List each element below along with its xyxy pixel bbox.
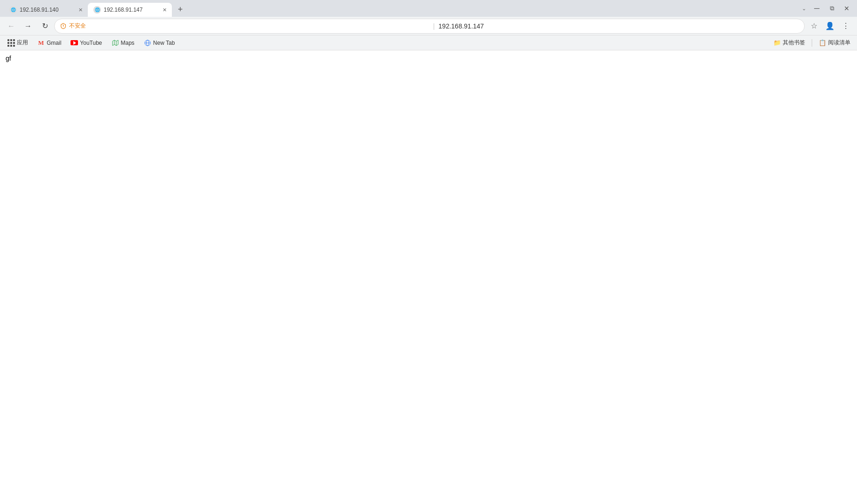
tab-2-favicon-circle: 🌐 [93,6,101,14]
browser-window: 🌐 192.168.91.140 ✕ 🌐 192.168.91.147 ✕ + … [0,0,857,504]
bookmarks-bar: 应用 M Gmail YouTube [0,35,857,50]
other-bookmarks[interactable]: 📁 其他书签 [771,37,808,48]
bookmark-maps-label: Maps [121,40,135,46]
bookmark-youtube-label: YouTube [80,40,102,46]
newtab-globe-icon [144,39,151,47]
navigation-bar: ← → ↻ 不安全 | 192.168.91.147 ☆ 👤 ⋮ [0,17,857,35]
other-bookmarks-label: 其他书签 [783,39,805,47]
youtube-icon [71,39,78,47]
apps-grid-icon [7,39,15,47]
gmail-icon: M [37,39,45,47]
tab-1[interactable]: 🌐 192.168.91.140 ✕ [4,3,88,17]
bookmark-apps-label: 应用 [17,39,28,47]
tab-1-title: 192.168.91.140 [20,7,75,13]
tab-2-favicon: 🌐 [93,6,101,14]
reading-list[interactable]: 📋 阅读清单 [816,37,853,48]
tab-bar: 🌐 192.168.91.140 ✕ 🌐 192.168.91.147 ✕ + … [0,0,857,17]
maps-icon [112,39,119,47]
forward-button[interactable]: → [21,19,35,34]
bookmark-newtab[interactable]: New Tab [140,38,178,48]
folder-icon: 📁 [773,39,781,46]
bookmark-maps[interactable]: Maps [108,38,138,48]
bookmark-youtube[interactable]: YouTube [67,38,106,48]
restore-button[interactable]: ⧉ [825,2,838,15]
nav-right-controls: ☆ 👤 ⋮ [807,19,853,34]
address-url: 192.168.91.147 [439,22,799,30]
tab-2-close[interactable]: ✕ [161,6,168,14]
tab-bar-right: ⌄ ─ ⧉ ✕ [799,2,853,17]
address-bar[interactable]: 不安全 | 192.168.91.147 [54,19,805,34]
bookmarks-divider [812,39,812,47]
tab-dropdown-button[interactable]: ⌄ [799,4,808,13]
reading-list-label: 阅读清单 [828,39,850,47]
profile-button[interactable]: 👤 [822,19,837,34]
back-button[interactable]: ← [4,19,19,34]
bookmark-newtab-label: New Tab [153,40,175,46]
tab-2[interactable]: 🌐 192.168.91.147 ✕ [88,3,172,17]
tab-2-title: 192.168.91.147 [104,7,159,13]
new-tab-button[interactable]: + [174,3,187,16]
close-button[interactable]: ✕ [840,2,853,15]
tab-1-close[interactable]: ✕ [77,6,84,14]
tab-1-favicon-circle: 🌐 [9,6,17,14]
bookmark-apps[interactable]: 应用 [4,37,32,48]
tab-bar-left: 🌐 192.168.91.140 ✕ 🌐 192.168.91.147 ✕ + [4,3,799,17]
security-icon [60,23,66,29]
bookmark-gmail-label: Gmail [47,40,61,46]
svg-point-0 [63,27,64,27]
refresh-button[interactable]: ↻ [37,19,52,34]
page-text: gf [6,55,11,62]
tab-1-favicon: 🌐 [9,6,17,14]
security-label: 不安全 [69,22,429,30]
menu-button[interactable]: ⋮ [838,19,853,34]
reader-icon: 📋 [819,39,826,46]
bookmark-gmail[interactable]: M Gmail [34,38,65,48]
star-button[interactable]: ☆ [807,19,822,34]
page-content: gf [0,50,857,504]
minimize-button[interactable]: ─ [810,2,823,15]
bookmarks-right: 📁 其他书签 📋 阅读清单 [771,37,853,48]
